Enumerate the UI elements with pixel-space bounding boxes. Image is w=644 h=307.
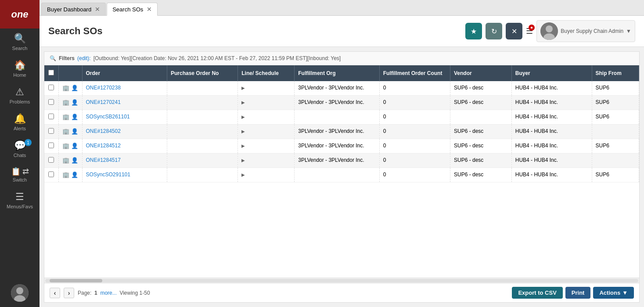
row-line-cell[interactable]: ▶ <box>238 96 295 110</box>
expand-arrow-icon[interactable]: ▶ <box>241 143 245 148</box>
expand-arrow-icon[interactable]: ▶ <box>241 114 245 119</box>
row-checkbox-cell[interactable] <box>44 110 58 125</box>
row-line-cell[interactable]: ▶ <box>238 139 295 154</box>
row-checkbox[interactable] <box>48 157 54 163</box>
row-person-icon[interactable]: 👤 <box>71 171 78 178</box>
tab-search-sos[interactable]: Search SOs ✕ <box>107 3 158 16</box>
sidebar-item-switch[interactable]: 📋⇄ Switch <box>0 162 40 187</box>
scrollbar-thumb[interactable] <box>50 279 102 282</box>
sidebar-item-alerts[interactable]: 🔔 Alerts <box>0 109 40 136</box>
sidebar-item-label: Chats <box>14 153 26 158</box>
row-checkbox-cell[interactable] <box>44 81 58 96</box>
page-title: Search SOs <box>48 25 465 37</box>
row-checkbox[interactable] <box>48 114 54 119</box>
tab-close-search-sos[interactable]: ✕ <box>147 6 152 13</box>
tab-close-buyer-dashboard[interactable]: ✕ <box>95 6 100 13</box>
row-checkbox[interactable] <box>48 143 54 148</box>
row-fulfillment-count-cell: 0 <box>379 96 450 110</box>
row-person-icon[interactable]: 👤 <box>71 157 78 164</box>
row-po-cell <box>167 154 238 168</box>
user-profile[interactable]: Buyer Supply Chain Admin ▼ <box>536 20 635 42</box>
export-csv-button[interactable]: Export to CSV <box>512 287 562 299</box>
menu-button[interactable]: ☰ ★ <box>526 26 533 36</box>
row-grid-icon[interactable]: 🏢 <box>62 114 69 120</box>
row-grid-icon[interactable]: 🏢 <box>62 171 69 178</box>
order-link[interactable]: ONE#1270241 <box>86 99 121 105</box>
row-checkbox-cell[interactable] <box>44 125 58 139</box>
filter-icon: 🔍 <box>50 55 56 61</box>
row-line-cell[interactable]: ▶ <box>238 168 295 182</box>
row-person-icon[interactable]: 👤 <box>71 99 78 106</box>
row-order-cell: ONE#1284502 <box>82 125 167 139</box>
table-row: 🏢 👤 SOSyncSO291101 ▶ 0 SUP6 - desc HUB4 … <box>44 168 639 182</box>
sidebar-item-menus[interactable]: ☰ Menus/Favs <box>0 187 40 214</box>
row-checkbox[interactable] <box>48 171 54 177</box>
page-info: Page: 1 more... Viewing 1-50 <box>78 290 150 296</box>
row-order-cell: ONE#1284512 <box>82 139 167 154</box>
row-fulfillment-org-cell: 3PLVendor - 3PLVendor Inc. <box>295 125 380 139</box>
sidebar-item-user-avatar[interactable] <box>0 280 40 307</box>
expand-arrow-icon[interactable]: ▶ <box>241 86 245 90</box>
menu-icon: ☰ <box>15 191 24 203</box>
row-person-icon[interactable]: 👤 <box>71 114 78 120</box>
row-grid-icon[interactable]: 🏢 <box>62 99 69 106</box>
order-link[interactable]: ONE#1270238 <box>86 85 121 91</box>
print-button[interactable]: Print <box>565 287 591 299</box>
row-order-cell: ONE#1270238 <box>82 81 167 96</box>
select-all-header[interactable] <box>44 65 58 81</box>
expand-arrow-icon[interactable]: ▶ <box>241 100 245 105</box>
app-logo[interactable]: one <box>0 0 40 29</box>
close-button[interactable]: ✕ <box>506 23 522 39</box>
expand-arrow-icon[interactable]: ▶ <box>241 129 245 134</box>
row-checkbox-cell[interactable] <box>44 139 58 154</box>
order-link[interactable]: ONE#1284512 <box>86 143 121 149</box>
sidebar-item-label: Alerts <box>14 126 26 131</box>
row-line-cell[interactable]: ▶ <box>238 125 295 139</box>
row-line-cell[interactable]: ▶ <box>238 110 295 125</box>
row-grid-icon[interactable]: 🏢 <box>62 85 69 91</box>
row-checkbox-cell[interactable] <box>44 154 58 168</box>
refresh-button[interactable]: ↻ <box>486 23 502 39</box>
row-grid-icon[interactable]: 🏢 <box>62 143 69 149</box>
sidebar-item-problems[interactable]: ⚠ Problems <box>0 82 40 109</box>
order-link[interactable]: SOSyncSB261101 <box>86 114 130 120</box>
row-order-cell: ONE#1270241 <box>82 96 167 110</box>
order-link[interactable]: ONE#1284502 <box>86 128 121 134</box>
favorite-button[interactable]: ★ <box>465 23 482 39</box>
row-person-icon[interactable]: 👤 <box>71 85 78 91</box>
row-checkbox[interactable] <box>48 128 54 134</box>
expand-arrow-icon[interactable]: ▶ <box>241 172 245 177</box>
col-po-no: Purchase Order No <box>167 65 238 81</box>
row-grid-icon[interactable]: 🏢 <box>62 157 69 164</box>
actions-button[interactable]: Actions ▼ <box>593 287 634 299</box>
actions-label: Actions <box>599 289 620 296</box>
col-fulfillment-count: Fulfillment Order Count <box>379 65 450 81</box>
row-checkbox-cell[interactable] <box>44 168 58 182</box>
header-actions: ★ ↻ ✕ ☰ ★ Buyer Supply Chain Admin ▼ <box>465 20 635 42</box>
row-checkbox-cell[interactable] <box>44 96 58 110</box>
next-page-button[interactable]: › <box>64 288 74 298</box>
prev-page-button[interactable]: ‹ <box>50 288 60 298</box>
page-label: Page: <box>78 290 91 296</box>
row-fulfillment-count-cell: 0 <box>379 139 450 154</box>
tab-buyer-dashboard[interactable]: Buyer Dashboard ✕ <box>41 3 106 15</box>
row-line-cell[interactable]: ▶ <box>238 154 295 168</box>
col-vendor: Vendor <box>450 65 512 81</box>
row-person-icon[interactable]: 👤 <box>71 143 78 149</box>
row-checkbox[interactable] <box>48 99 54 105</box>
more-pages-link[interactable]: more... <box>100 290 116 296</box>
sidebar-item-chats[interactable]: 1 💬 Chats <box>0 136 40 162</box>
order-link[interactable]: ONE#1284517 <box>86 157 121 163</box>
select-all-checkbox[interactable] <box>48 70 54 75</box>
row-buyer-cell: HUB4 - HUB4 Inc. <box>511 154 592 168</box>
sidebar-item-home[interactable]: 🏠 Home <box>0 55 40 82</box>
row-checkbox[interactable] <box>48 85 54 90</box>
row-grid-icon[interactable]: 🏢 <box>62 128 69 135</box>
filters-edit-link[interactable]: (edit): <box>77 55 91 61</box>
order-link[interactable]: SOSyncSO291101 <box>86 171 130 178</box>
expand-arrow-icon[interactable]: ▶ <box>241 158 245 163</box>
horizontal-scrollbar[interactable] <box>44 278 639 283</box>
row-line-cell[interactable]: ▶ <box>238 81 295 96</box>
row-person-icon[interactable]: 👤 <box>71 128 78 135</box>
sidebar-item-search[interactable]: 🔍 Search <box>0 29 40 55</box>
